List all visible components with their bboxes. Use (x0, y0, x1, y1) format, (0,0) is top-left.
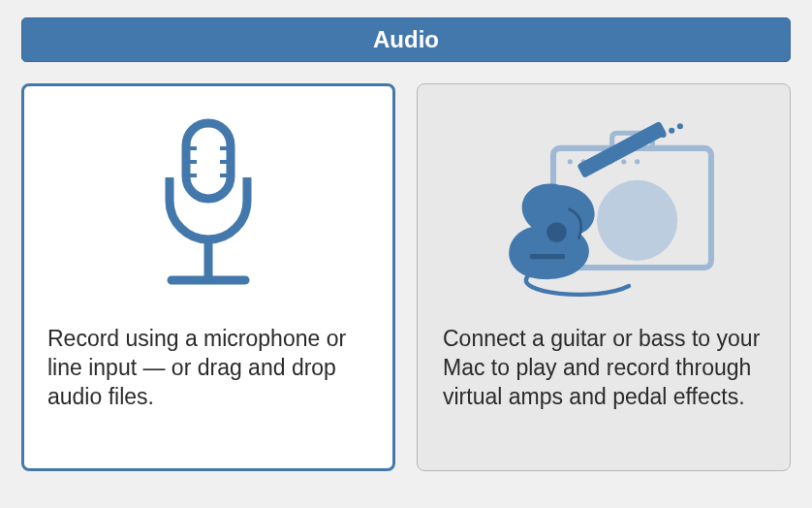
svg-point-21 (669, 128, 674, 134)
svg-point-17 (547, 222, 567, 242)
svg-point-16 (597, 180, 677, 261)
svg-point-10 (568, 159, 573, 164)
microphone-icon (47, 104, 369, 317)
svg-point-15 (635, 159, 640, 164)
option-guitar-amp[interactable]: Connect a guitar or bass to your Mac to … (417, 83, 791, 471)
svg-point-20 (661, 132, 667, 138)
svg-rect-18 (530, 254, 565, 259)
option-microphone[interactable]: Record using a microphone or line input … (21, 83, 395, 471)
track-type-options: Record using a microphone or line input … (21, 83, 791, 471)
option-description: Record using a microphone or line input … (47, 325, 369, 412)
header-title: Audio (373, 26, 439, 52)
option-description: Connect a guitar or bass to your Mac to … (443, 325, 765, 412)
audio-header: Audio (21, 17, 791, 62)
svg-point-22 (677, 123, 683, 129)
guitar-amp-icon (443, 104, 765, 317)
svg-point-14 (621, 159, 626, 164)
